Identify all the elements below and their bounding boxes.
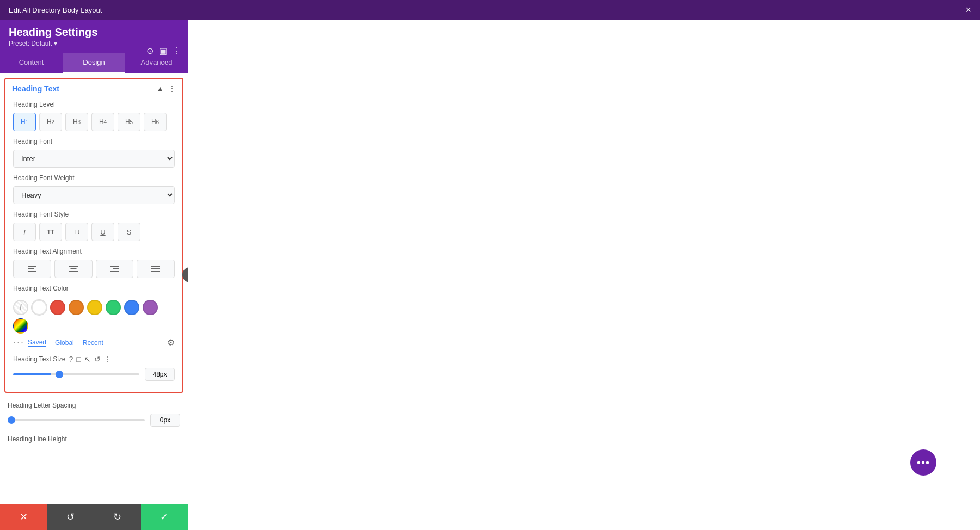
svg-rect-1 <box>28 268 34 269</box>
svg-rect-10 <box>151 268 160 269</box>
section-header: Heading Text ▲ ⋮ <box>5 79 182 97</box>
underline-button[interactable]: U <box>91 223 114 241</box>
save-button[interactable]: ✓ <box>141 504 188 530</box>
floating-more-icon: ••• <box>917 457 930 469</box>
floating-more-button[interactable]: ••• <box>910 449 936 476</box>
color-settings-icon[interactable]: ⚙ <box>167 337 175 348</box>
svg-rect-5 <box>69 271 78 272</box>
color-tabs: Saved Global Recent ⚙ <box>28 337 175 348</box>
h6-button[interactable]: H6 <box>144 113 167 131</box>
transparent-swatch[interactable]: / <box>13 300 28 315</box>
layout-icon[interactable]: ▣ <box>159 46 167 56</box>
strikethrough-button[interactable]: S <box>118 223 140 241</box>
svg-rect-2 <box>28 271 36 272</box>
align-left-button[interactable] <box>13 260 51 278</box>
heading-text-alignment-label: Heading Text Alignment <box>13 248 175 255</box>
recent-tab[interactable]: Recent <box>83 339 103 347</box>
heading-level-group: Heading Level H1 H2 H3 H4 H5 H6 <box>5 97 182 134</box>
heading-font-select[interactable]: Inter Roboto Open Sans Lato Montserrat <box>13 150 175 168</box>
alignment-buttons <box>13 260 175 278</box>
heading-text-color-label: Heading Text Color <box>13 285 175 292</box>
heading-font-style-label: Heading Font Style <box>13 211 175 218</box>
heading-line-height-label: Heading Line Height <box>8 435 180 443</box>
heading-font-weight-label: Heading Font Weight <box>13 174 175 182</box>
saved-tab[interactable]: Saved <box>28 338 46 347</box>
sidebar: Heading Settings Preset: Default ▾ ⊙ ▣ ⋮… <box>0 20 188 530</box>
text-size-slider[interactable] <box>13 373 139 375</box>
top-bar-title: Edit All Directory Body Layout <box>9 6 102 14</box>
letter-spacing-value[interactable] <box>150 414 180 427</box>
h1-button[interactable]: H1 <box>13 113 36 131</box>
heading-levels: H1 H2 H3 H4 H5 H6 <box>13 113 175 131</box>
align-center-button[interactable] <box>54 260 93 278</box>
sidebar-header: Heading Settings Preset: Default ▾ ⊙ ▣ ⋮ <box>0 20 188 53</box>
cancel-button[interactable]: ✕ <box>0 504 47 530</box>
close-button[interactable]: × <box>965 4 971 16</box>
section-menu-icon[interactable]: ⋮ <box>168 84 176 93</box>
section-title: Heading Text <box>12 84 59 93</box>
heading-font-label: Heading Font <box>13 138 175 145</box>
heading-font-group: Heading Font Inter Roboto Open Sans Lato… <box>5 134 182 171</box>
sidebar-content: Heading Text ▲ ⋮ Heading Level H1 H2 H3 … <box>0 73 188 530</box>
size-device-icon[interactable]: □ <box>76 355 81 363</box>
heading-text-section: Heading Text ▲ ⋮ Heading Level H1 H2 H3 … <box>4 78 183 393</box>
custom-color-swatch[interactable] <box>13 318 28 334</box>
settings-icon[interactable]: ⊙ <box>146 46 154 56</box>
heading-font-weight-group: Heading Font Weight Thin Light Regular M… <box>5 171 182 207</box>
purple-swatch[interactable] <box>143 300 158 315</box>
section-controls: ▲ ⋮ <box>156 84 176 93</box>
text-size-value[interactable] <box>145 368 175 381</box>
h4-button[interactable]: H4 <box>91 113 114 131</box>
sidebar-header-icons: ⊙ ▣ ⋮ <box>146 46 181 56</box>
chevron-up-icon[interactable]: ▲ <box>156 84 164 93</box>
tab-content[interactable]: Content <box>0 53 63 73</box>
color-more-icon[interactable]: ··· <box>13 337 24 348</box>
heading-text-color-group: Heading Text Color <box>5 281 182 300</box>
uppercase-button[interactable]: TT <box>39 223 62 241</box>
red-swatch[interactable] <box>50 300 65 315</box>
size-help-icon[interactable]: ? <box>69 355 74 363</box>
yellow-swatch[interactable] <box>87 300 102 315</box>
svg-rect-11 <box>151 271 160 272</box>
orange-swatch[interactable] <box>69 300 84 315</box>
color-swatches-row: / <box>5 300 182 337</box>
letter-spacing-slider-row <box>8 414 180 427</box>
more-icon[interactable]: ⋮ <box>173 46 181 56</box>
svg-rect-3 <box>69 266 78 267</box>
redo-button[interactable]: ↻ <box>94 504 141 530</box>
svg-rect-4 <box>70 268 76 269</box>
undo-button[interactable]: ↺ <box>47 504 94 530</box>
heading-text-size-label: Heading Text Size <box>13 355 66 363</box>
blue-swatch[interactable] <box>124 300 139 315</box>
align-right-button[interactable] <box>96 260 134 278</box>
heading-line-height-section: Heading Line Height <box>0 431 188 452</box>
main-layout: Heading Settings Preset: Default ▾ ⊙ ▣ ⋮… <box>0 20 980 530</box>
letter-spacing-slider[interactable] <box>8 419 145 421</box>
white-swatch[interactable] <box>32 300 47 315</box>
size-label-row: Heading Text Size ? □ ↖ ↺ ⋮ <box>13 355 175 363</box>
svg-rect-0 <box>28 266 36 267</box>
tab-design[interactable]: Design <box>63 53 125 73</box>
svg-rect-9 <box>151 266 160 267</box>
font-style-buttons: I TT Tt U S <box>13 223 175 241</box>
heading-font-style-group: Heading Font Style I TT Tt U S <box>5 207 182 244</box>
text-size-slider-row <box>5 366 182 385</box>
heading-letter-spacing-label: Heading Letter Spacing <box>8 402 180 409</box>
heading-level-label: Heading Level <box>13 101 175 108</box>
size-reset-icon[interactable]: ↺ <box>94 355 101 363</box>
size-cursor-icon[interactable]: ↖ <box>84 355 91 363</box>
sidebar-heading-title: Heading Settings <box>9 26 179 39</box>
h2-button[interactable]: H2 <box>39 113 62 131</box>
heading-font-weight-select[interactable]: Thin Light Regular Medium Semi Bold Bold… <box>13 186 175 204</box>
green-swatch[interactable] <box>106 300 121 315</box>
bottom-bar: ✕ ↺ ↻ ✓ <box>0 504 188 530</box>
italic-button[interactable]: I <box>13 223 36 241</box>
heading-text-alignment-group: Heading Text Alignment <box>5 244 182 281</box>
svg-rect-8 <box>110 271 119 272</box>
global-tab[interactable]: Global <box>55 339 74 347</box>
align-justify-button[interactable] <box>137 260 175 278</box>
size-more-icon[interactable]: ⋮ <box>104 355 112 363</box>
h3-button[interactable]: H3 <box>65 113 88 131</box>
capitalize-button[interactable]: Tt <box>65 223 88 241</box>
h5-button[interactable]: H5 <box>118 113 140 131</box>
